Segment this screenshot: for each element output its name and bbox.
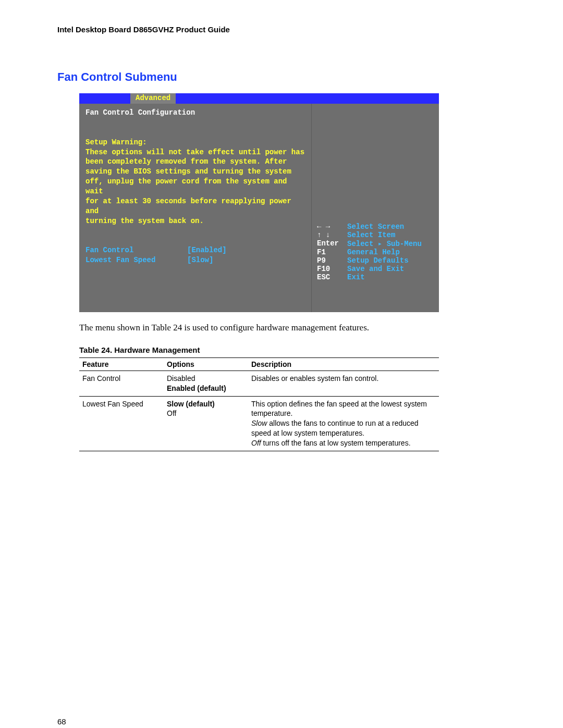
option-plain: Off — [167, 409, 176, 417]
bios-left-panel: Fan Control Configuration Setup Warning:… — [79, 104, 311, 312]
bios-warning-line: These options will not take effect until… — [85, 147, 306, 157]
bios-nav-key: P9 — [317, 256, 347, 265]
table-header-options: Options — [164, 357, 248, 371]
desc-text: allows the fans to continue to run at a … — [251, 419, 419, 437]
hardware-management-table: Feature Options Description Fan Control … — [79, 357, 439, 451]
bios-nav-text: Select ▸ Sub-Menu — [347, 239, 422, 248]
option-default: Slow (default) — [167, 400, 215, 408]
bios-screenshot: Advanced Fan Control Configuration Setup… — [79, 93, 439, 312]
document-header: Intel Desktop Board D865GVHZ Product Gui… — [57, 25, 506, 34]
desc-italic: Off — [251, 439, 261, 447]
table-row: Lowest Fan Speed Slow (default) Off This… — [79, 396, 439, 451]
bios-nav-text: Select Screen — [347, 223, 404, 231]
bios-warning-line: turning the system back on. — [85, 216, 306, 226]
bios-nav-key: ESC — [317, 273, 347, 281]
bios-setting-row: Lowest Fan Speed [Slow] — [85, 255, 306, 265]
bios-setting-value: [Slow] — [187, 255, 213, 265]
bios-nav-row: ESC Exit — [317, 273, 434, 281]
table-header-feature: Feature — [79, 357, 164, 371]
bios-nav-key: Enter — [317, 239, 347, 248]
desc-italic: Slow — [251, 419, 267, 427]
bios-setting-row: Fan Control [Enabled] — [85, 245, 306, 255]
bios-warning-line: off, unplug the power cord from the syst… — [85, 177, 306, 196]
bios-nav-row: ← → Select Screen — [317, 223, 434, 231]
table-header-description: Description — [248, 357, 439, 371]
bios-nav-row: F1 General Help — [317, 248, 434, 256]
arrow-up-down-icon: ↑ ↓ — [317, 231, 347, 239]
bios-nav-row: Enter Select ▸ Sub-Menu — [317, 239, 434, 248]
option-default: Enabled (default) — [167, 384, 226, 392]
arrow-left-right-icon: ← → — [317, 223, 347, 231]
bios-setting-label: Lowest Fan Speed — [85, 255, 187, 265]
table-cell-options: Disabled Enabled (default) — [164, 371, 248, 396]
bios-nav-key: F1 — [317, 248, 347, 256]
table-cell-options: Slow (default) Off — [164, 396, 248, 451]
bios-nav-row: F10 Save and Exit — [317, 265, 434, 273]
bios-subtitle: Fan Control Configuration — [85, 108, 306, 118]
bios-nav-text: Setup Defaults — [347, 256, 409, 265]
option-plain: Disabled — [167, 374, 195, 382]
figure-caption: The menu shown in Table 24 is used to co… — [79, 323, 506, 333]
bios-nav-row: P9 Setup Defaults — [317, 256, 434, 265]
bios-warning-label: Setup Warning: — [85, 138, 306, 147]
bios-tab-advanced: Advanced — [130, 93, 176, 104]
desc-text: turns off the fans at low system tempera… — [261, 439, 411, 447]
table-cell-description: This option defines the fan speed at the… — [248, 396, 439, 451]
bios-setting-label: Fan Control — [85, 245, 187, 255]
table-cell-feature: Lowest Fan Speed — [79, 396, 164, 451]
bios-nav-text: General Help — [347, 248, 400, 256]
bios-nav-text: Exit — [347, 273, 365, 281]
bios-nav-key: F10 — [317, 265, 347, 273]
table-cell-feature: Fan Control — [79, 371, 164, 396]
bios-nav-text: Save and Exit — [347, 265, 404, 273]
bios-nav-text: Select Item — [347, 231, 395, 239]
bios-setting-value: [Enabled] — [187, 245, 227, 255]
table-title: Table 24. Hardware Management — [79, 346, 506, 354]
bios-right-panel: ← → Select Screen ↑ ↓ Select Item Enter … — [311, 104, 439, 312]
table-row: Fan Control Disabled Enabled (default) D… — [79, 371, 439, 396]
bios-nav-row: ↑ ↓ Select Item — [317, 231, 434, 239]
bios-menubar: Advanced — [79, 93, 439, 104]
bios-warning-line: saving the BIOS settings and turning the… — [85, 167, 306, 177]
bios-warning-line: been completely removed from the system.… — [85, 157, 306, 167]
desc-text: This option defines the fan speed at the… — [251, 400, 427, 418]
page-number: 68 — [57, 717, 506, 726]
section-title: Fan Control Submenu — [57, 70, 506, 84]
bios-warning-line: for at least 30 seconds before reapplyin… — [85, 196, 306, 216]
table-cell-description: Disables or enables system fan control. — [248, 371, 439, 396]
